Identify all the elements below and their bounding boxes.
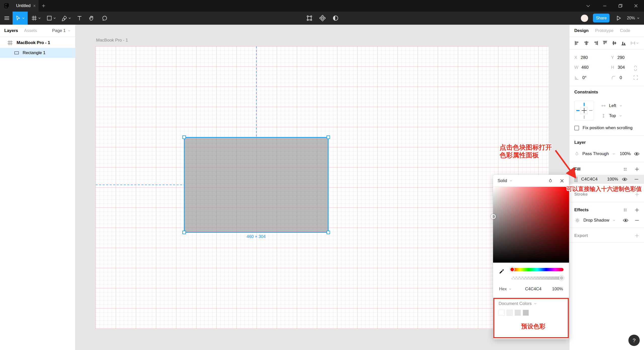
app-menu[interactable] [0, 0, 13, 12]
constraints-widget[interactable] [574, 101, 594, 120]
eye-icon[interactable] [623, 217, 629, 223]
saturation-area[interactable] [493, 187, 569, 263]
tab-code[interactable]: Code [620, 28, 630, 33]
resize-handle-ne[interactable] [327, 135, 330, 139]
tidy-up-icon[interactable] [630, 40, 639, 46]
pen-tool-button[interactable] [61, 12, 71, 25]
rotation-value: 0° [582, 75, 586, 80]
vertical-constraint-value: Top [609, 113, 616, 118]
resize-handle-se[interactable] [327, 231, 330, 234]
effect-row[interactable]: Drop Shadow [574, 216, 640, 225]
add-export-icon[interactable] [634, 233, 640, 238]
align-horizontal-center-icon[interactable] [584, 40, 589, 46]
document-color-swatch[interactable] [523, 310, 529, 316]
checkbox-icon[interactable] [574, 126, 579, 130]
avatar[interactable] [581, 14, 588, 22]
y-input[interactable]: Y 290 [611, 53, 641, 62]
height-input[interactable]: H 304 [611, 63, 634, 72]
vertical-constraint-select[interactable]: Top [601, 112, 622, 120]
styles-icon[interactable] [623, 167, 628, 172]
zoom-dropdown[interactable]: 20% [627, 12, 640, 25]
add-effect-icon[interactable] [634, 207, 640, 213]
new-tab-button[interactable]: + [40, 0, 47, 12]
mask-button[interactable] [332, 12, 339, 25]
y-label: Y [611, 55, 614, 60]
align-top-icon[interactable] [602, 40, 608, 46]
constraint-bottom-off[interactable] [584, 116, 584, 119]
align-right-icon[interactable] [593, 40, 598, 46]
create-component-button[interactable] [319, 12, 326, 25]
eye-icon[interactable] [634, 151, 640, 157]
text-tool-button[interactable] [76, 12, 83, 25]
comment-tool-button[interactable] [101, 12, 108, 25]
align-left-icon[interactable] [574, 40, 580, 46]
resize-handle-nw[interactable] [182, 135, 186, 139]
layer-row-frame[interactable]: MacBook Pro - 1 [0, 38, 75, 48]
frame-title[interactable]: MacBook Pro - 1 [96, 38, 128, 43]
alpha-slider[interactable] [511, 276, 564, 280]
align-vertical-center-icon[interactable] [612, 40, 617, 46]
tab-assets[interactable]: Assets [24, 28, 37, 33]
effect-name[interactable]: Drop Shadow [583, 218, 609, 223]
window-close-icon[interactable] [631, 0, 641, 12]
selected-rectangle[interactable] [184, 137, 329, 233]
constraint-right-off[interactable] [589, 110, 592, 111]
document-tab[interactable]: Untitled × [13, 0, 38, 12]
layers-panel: Layers Assets Page 1 MacBook Pro - 1 Rec… [0, 25, 75, 350]
hue-slider[interactable] [511, 268, 564, 271]
document-colors-toggle[interactable]: Document Colors [499, 301, 537, 306]
layer-opacity-value[interactable]: 100% [620, 151, 631, 156]
styles-icon[interactable] [623, 207, 628, 213]
tab-layers[interactable]: Layers [4, 28, 18, 33]
frame-tool-button[interactable] [31, 12, 41, 25]
color-format-select[interactable]: Hex [499, 287, 512, 292]
hand-tool-button[interactable] [88, 12, 95, 25]
color-cursor[interactable] [491, 214, 496, 219]
tab-prototype[interactable]: Prototype [595, 28, 614, 33]
rotation-icon [574, 75, 579, 80]
align-bottom-icon[interactable] [621, 40, 626, 46]
resize-handle-sw[interactable] [182, 231, 186, 234]
tab-close-icon[interactable]: × [33, 3, 36, 9]
alpha-knob[interactable] [559, 275, 564, 281]
independent-corners-icon[interactable] [633, 75, 638, 80]
corner-radius-input[interactable]: 0 [611, 74, 634, 82]
window-restore-icon[interactable] [615, 0, 625, 12]
opacity-input[interactable]: 100% [552, 287, 563, 292]
horizontal-constraint-select[interactable]: Left [601, 102, 623, 110]
move-tool-button[interactable] [13, 12, 28, 25]
share-button[interactable]: Share [593, 14, 610, 22]
remove-fill-icon[interactable] [634, 177, 639, 182]
window-menu-chevron-icon[interactable] [583, 0, 593, 12]
constraint-left-on[interactable] [576, 110, 580, 111]
edit-object-button[interactable] [306, 12, 313, 25]
eye-icon[interactable] [622, 176, 628, 182]
present-play-icon[interactable] [615, 12, 622, 25]
shape-tool-button[interactable] [46, 12, 56, 25]
constrain-proportions-icon[interactable] [633, 65, 638, 72]
document-color-swatch[interactable] [515, 310, 521, 316]
tab-design[interactable]: Design [574, 28, 589, 33]
main-menu-icon[interactable] [3, 12, 11, 25]
fill-opacity-value[interactable]: 100% [607, 177, 618, 182]
help-button[interactable]: ? [628, 335, 640, 346]
add-fill-icon[interactable] [634, 166, 640, 172]
layer-row-rectangle[interactable]: Rectangle 1 [0, 48, 75, 58]
hex-input[interactable]: C4C4C4 [525, 287, 541, 292]
eyedropper-icon[interactable] [499, 268, 505, 274]
remove-effect-icon[interactable] [634, 218, 640, 223]
rotation-input[interactable]: 0° [574, 74, 605, 82]
document-color-swatch[interactable] [507, 310, 513, 316]
width-input[interactable]: W 460 [574, 63, 605, 72]
selection-size-label: 460 × 304 [231, 234, 281, 239]
fix-position-checkbox[interactable]: Fix position when scrolling [574, 124, 632, 132]
paint-type-select[interactable]: Solid [498, 178, 507, 183]
window-minimize-icon[interactable] [600, 0, 610, 12]
titlebar: Untitled × + [0, 0, 644, 12]
x-input[interactable]: X 280 [574, 53, 605, 62]
hue-knob[interactable] [510, 267, 515, 272]
document-color-swatch[interactable] [499, 310, 505, 316]
effects-section-title: Effects [574, 207, 589, 213]
constraint-top-on[interactable] [584, 103, 585, 106]
page-selector[interactable]: Page 1 [52, 28, 71, 33]
